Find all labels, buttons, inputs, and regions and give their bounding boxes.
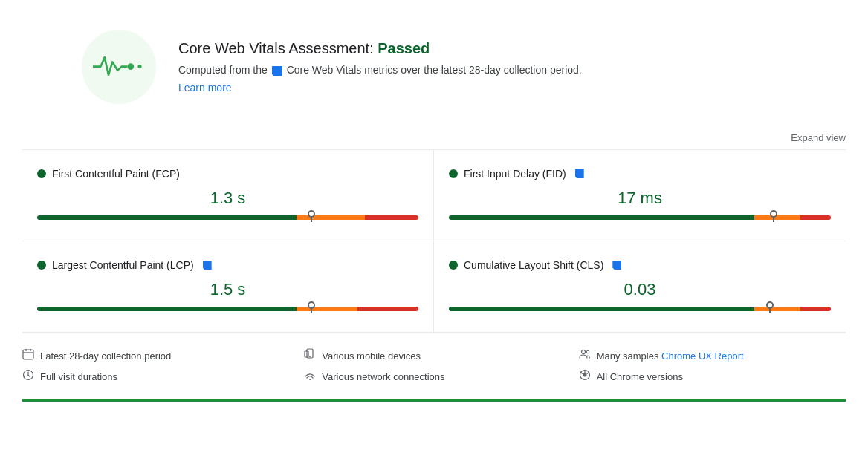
footer-network-connections: Various network connections <box>304 369 563 384</box>
svg-point-13 <box>309 379 311 380</box>
cls-crux-icon <box>612 261 621 270</box>
footer-collection-period: Latest 28-day collection period <box>22 348 289 363</box>
cls-bar-track <box>449 307 831 311</box>
svg-point-0 <box>127 63 134 70</box>
fcp-status-dot <box>37 169 46 178</box>
fid-bar-red <box>800 215 831 220</box>
lcp-bar-track <box>37 307 418 311</box>
fcp-name: First Contentful Paint (FCP) <box>52 168 180 180</box>
network-connections-text: Various network connections <box>322 371 444 382</box>
cls-bar-marker <box>769 304 771 313</box>
fcp-bar-track <box>37 215 418 220</box>
footer-col1: Latest 28-day collection period Full vis… <box>22 348 297 384</box>
fcp-bar-container <box>37 215 418 220</box>
title-prefix: Core Web Vitals Assessment: <box>178 40 378 56</box>
mobile-devices-icon <box>304 348 316 363</box>
cls-header: Cumulative Layout Shift (CLS) <box>449 259 831 271</box>
lcp-bar-marker <box>311 304 312 313</box>
metric-fid: First Input Delay (FID) 17 ms <box>434 150 846 241</box>
lcp-bar-red <box>357 307 418 311</box>
svg-line-9 <box>28 376 30 377</box>
footer-col3: Many samples Chrome UX Report All Chrome… <box>571 348 846 384</box>
expand-row: Expand view <box>22 126 846 150</box>
expand-view-button[interactable]: Expand view <box>791 132 846 143</box>
fid-bar-orange <box>754 215 800 220</box>
fid-header: First Input Delay (FID) <box>449 168 831 180</box>
learn-more-link[interactable]: Learn more <box>178 82 846 94</box>
lcp-bar-orange <box>297 307 357 311</box>
metric-fcp: First Contentful Paint (FCP) 1.3 s <box>22 150 434 241</box>
visit-durations-text: Full visit durations <box>40 371 117 382</box>
desc-after: Core Web Vitals metrics over the latest … <box>287 64 582 76</box>
fid-status-dot <box>449 169 458 178</box>
svg-point-12 <box>310 356 311 358</box>
svg-point-17 <box>583 373 586 377</box>
people-icon <box>579 348 591 363</box>
cls-bar-container <box>449 307 831 311</box>
fid-crux-icon <box>575 169 584 178</box>
lcp-bar-green <box>37 307 297 311</box>
mobile-devices-text: Various mobile devices <box>322 350 421 362</box>
metric-lcp: Largest Contentful Paint (LCP) 1.5 s <box>22 241 434 333</box>
crux-report-link[interactable]: Chrome UX Report <box>661 350 744 362</box>
footer-mobile-devices: Various mobile devices <box>304 348 563 363</box>
header-text: Core Web Vitals Assessment: Passed Compu… <box>178 40 846 93</box>
clock-icon <box>22 369 34 384</box>
chrome-versions-text: All Chrome versions <box>597 371 683 382</box>
bottom-bar <box>22 399 846 402</box>
lcp-status-dot <box>37 261 46 270</box>
assessment-title: Core Web Vitals Assessment: Passed <box>178 40 846 57</box>
svg-rect-3 <box>23 350 33 359</box>
crux-bookmark-icon <box>272 66 282 76</box>
svg-point-15 <box>586 350 589 353</box>
fid-name: First Input Delay (FID) <box>464 168 566 180</box>
chrome-icon <box>579 369 591 384</box>
cls-name: Cumulative Layout Shift (CLS) <box>464 259 603 271</box>
fid-value: 17 ms <box>449 189 831 208</box>
svg-point-2 <box>139 65 141 68</box>
lcp-value: 1.5 s <box>37 280 418 299</box>
cls-bar-orange <box>754 307 800 311</box>
fcp-bar-green <box>37 215 297 220</box>
status-passed: Passed <box>378 40 430 56</box>
metrics-grid: First Contentful Paint (FCP) 1.3 s First… <box>22 150 846 333</box>
cls-value: 0.03 <box>449 280 831 299</box>
footer-many-samples: Many samples Chrome UX Report <box>579 348 838 363</box>
header-section: Core Web Vitals Assessment: Passed Compu… <box>22 15 846 126</box>
footer-col2: Various mobile devices Various network c… <box>297 348 571 384</box>
lcp-header: Largest Contentful Paint (LCP) <box>37 259 418 271</box>
calendar-icon <box>22 348 34 363</box>
footer-section: Latest 28-day collection period Full vis… <box>22 333 846 391</box>
cls-status-dot <box>449 261 458 270</box>
fid-bar-container <box>449 215 831 220</box>
fcp-bar-marker <box>311 213 312 222</box>
cls-bar-green <box>449 307 754 311</box>
lcp-name: Largest Contentful Paint (LCP) <box>52 259 194 271</box>
many-samples-text: Many samples Chrome UX Report <box>597 350 744 362</box>
desc-before: Computed from the <box>178 64 268 76</box>
assessment-desc: Computed from the Core Web Vitals metric… <box>178 62 846 78</box>
footer-visit-durations: Full visit durations <box>22 369 289 384</box>
footer-chrome-versions: All Chrome versions <box>579 369 838 384</box>
fid-bar-marker <box>773 213 774 222</box>
cls-bar-red <box>800 307 831 311</box>
fcp-value: 1.3 s <box>37 189 418 208</box>
lcp-bar-container <box>37 307 418 311</box>
fcp-bar-red <box>365 215 418 220</box>
vitals-waveform-icon <box>93 52 145 82</box>
collection-period-text: Latest 28-day collection period <box>40 350 171 362</box>
vitals-icon-circle <box>82 30 156 104</box>
network-icon <box>304 369 316 384</box>
fcp-header: First Contentful Paint (FCP) <box>37 168 418 180</box>
lcp-crux-icon <box>203 261 212 270</box>
svg-point-14 <box>581 350 585 354</box>
fcp-bar-orange <box>297 215 365 220</box>
fid-bar-green <box>449 215 754 220</box>
metric-cls: Cumulative Layout Shift (CLS) 0.03 <box>434 241 846 333</box>
